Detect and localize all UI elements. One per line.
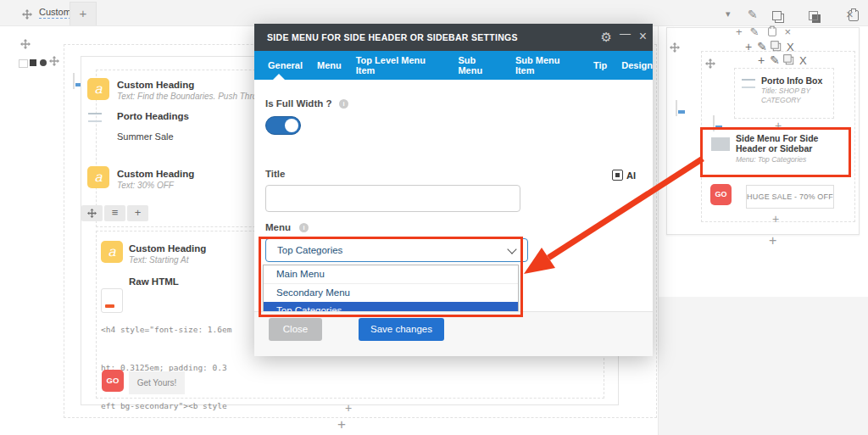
custom-heading-icon: a [87, 78, 109, 100]
minimize-icon[interactable]: — [620, 27, 631, 40]
modal-header[interactable]: SIDE MENU FOR SIDE HEADER OR SIDEBAR SET… [254, 24, 653, 51]
info-icon[interactable] [339, 99, 348, 109]
row-drag-icon[interactable] [20, 37, 31, 53]
layout-list-button[interactable]: ≡ [104, 205, 125, 221]
heading-preview-text: Summer Sale [117, 131, 174, 142]
page-background [659, 297, 868, 435]
column-preview-thumbnail [713, 115, 715, 131]
close-button[interactable]: Close [269, 318, 322, 341]
ai-generate[interactable]: AI [612, 167, 636, 182]
gear-icon[interactable]: ⚙ [601, 30, 612, 45]
edit-pencil-icon[interactable]: ✎ [748, 8, 758, 20]
edit-pencil-icon[interactable]: ✎ [770, 54, 780, 66]
dropdown-caret-icon[interactable]: ▾ [726, 9, 731, 19]
add-tab-button[interactable]: + [70, 2, 97, 25]
row-controls: + ✎ × [736, 26, 800, 37]
move-icon[interactable] [22, 8, 32, 23]
element-subtitle: Text: Find the Boundaries. Push Through! [117, 92, 274, 102]
modal-title: SIDE MENU FOR SIDE HEADER OR SIDEBAR SET… [267, 32, 518, 42]
element-title: Porto Info Box [761, 75, 822, 86]
section-controls: + ✎ X [758, 54, 821, 66]
dropdown-option[interactable]: Main Menu [264, 265, 518, 283]
modal-footer: Close Save changes [254, 311, 653, 356]
edit-pencil-icon[interactable]: ✎ [757, 41, 767, 53]
close-icon[interactable]: X [799, 55, 807, 66]
element-title[interactable]: Custom Heading [129, 243, 206, 254]
clone-filled-icon[interactable] [812, 14, 821, 23]
top-tab-strip [0, 0, 868, 26]
tab-sub-menu[interactable]: Sub Menu [458, 55, 500, 75]
ai-chip-icon [612, 170, 623, 181]
add-row-plus[interactable]: + [769, 234, 776, 248]
tab-sub-menu-item[interactable]: Sub Menu Item [515, 55, 579, 75]
active-tab-caret [273, 74, 285, 80]
layout-option-dark-icon[interactable] [30, 59, 36, 66]
layout-option-icon[interactable] [19, 59, 28, 68]
element-subtitle: Text: 30% OFF [117, 181, 174, 191]
tab-top-level-menu-item[interactable]: Top Level Menu Item [356, 55, 444, 75]
edit-pencil-icon[interactable]: ✎ [750, 26, 760, 37]
element-title[interactable]: Porto Headings [117, 111, 189, 122]
row-drag-icon[interactable] [670, 41, 680, 56]
close-icon[interactable]: × [846, 8, 854, 20]
clone-icon[interactable] [786, 56, 793, 64]
element-subtitle: Text: Starting At [129, 255, 188, 265]
ai-label: AI [626, 170, 636, 181]
element-title[interactable]: Custom Heading [117, 80, 194, 91]
add-icon[interactable]: + [758, 54, 765, 66]
add-icon[interactable]: + [736, 26, 743, 37]
add-element-plus[interactable]: + [345, 402, 352, 414]
dropdown-option[interactable]: Secondary Menu [264, 283, 518, 302]
info-box-icon [742, 79, 755, 88]
full-width-toggle[interactable] [265, 116, 301, 135]
layout-gear-icon[interactable] [40, 59, 47, 66]
clone-icon[interactable] [773, 42, 781, 50]
save-changes-button[interactable]: Save changes [359, 318, 444, 341]
tab-design[interactable]: Design [621, 60, 653, 70]
close-icon[interactable]: × [785, 26, 792, 37]
menu-label: Menu [265, 222, 291, 232]
porto-info-box-element[interactable]: Porto Info Box Title: SHOP BY CATEGORY [734, 68, 834, 119]
chevron-down-icon [507, 244, 516, 254]
custom-heading-icon: a [87, 166, 109, 188]
tab-general[interactable]: General [268, 60, 303, 70]
button-preview[interactable]: Get Yours! [129, 371, 185, 394]
modal-body: Is Full Width ? Title AI Menu Top Catego… [254, 80, 653, 312]
sale-button-preview[interactable]: HUGE SALE - 70% OFF [746, 185, 834, 209]
settings-modal: SIDE MENU FOR SIDE HEADER OR SIDEBAR SET… [254, 24, 653, 356]
add-element-plus[interactable]: + [772, 213, 779, 225]
code-line: <h4 style="font-size: 1.6em [101, 323, 255, 336]
element-subtitle: Menu: Top Categories [736, 155, 806, 164]
paste-icon[interactable] [768, 27, 776, 36]
add-icon[interactable]: + [745, 41, 752, 53]
tab-tip[interactable]: Tip [593, 60, 607, 70]
info-icon[interactable] [299, 223, 309, 232]
clone-icon[interactable] [775, 14, 784, 23]
porto-headings-icon [88, 113, 102, 122]
add-element-plus[interactable]: + [775, 120, 782, 131]
full-width-label: Is Full Width ? [265, 98, 331, 109]
code-line: eft bg-secondary"><b style [101, 399, 255, 412]
drag-element-button[interactable] [81, 205, 103, 221]
go-badge-icon: GO [710, 184, 732, 205]
add-element-button[interactable]: + [127, 205, 148, 221]
close-icon[interactable]: × [639, 29, 647, 44]
element-title: Side Menu For Side Header or Sidebar [736, 133, 843, 153]
add-row-plus[interactable]: + [337, 417, 346, 432]
title-label: Title [265, 169, 285, 179]
element-subtitle: Title: SHOP BY CATEGORY [761, 86, 826, 105]
element-title[interactable]: Custom Heading [117, 169, 194, 180]
side-menu-element[interactable]: Side Menu For Side Header or Sidebar Men… [704, 131, 843, 170]
raw-html-code: <h4 style="font-size: 1.6em ht: 0.3125em… [101, 298, 255, 435]
custom-heading-icon: a [101, 241, 123, 263]
menu-select-value: Top Categories [277, 245, 342, 255]
row-preview-thumbnail [676, 100, 677, 116]
title-input[interactable] [265, 185, 520, 212]
column-drag-icon[interactable] [49, 54, 59, 70]
element-title[interactable]: Raw HTML [129, 276, 179, 287]
tab-custom[interactable]: Custom [39, 7, 71, 19]
tab-menu[interactable]: Menu [317, 60, 342, 70]
side-menu-icon [711, 137, 730, 151]
close-icon[interactable]: X [787, 42, 794, 53]
menu-select[interactable]: Top Categories [265, 238, 528, 262]
